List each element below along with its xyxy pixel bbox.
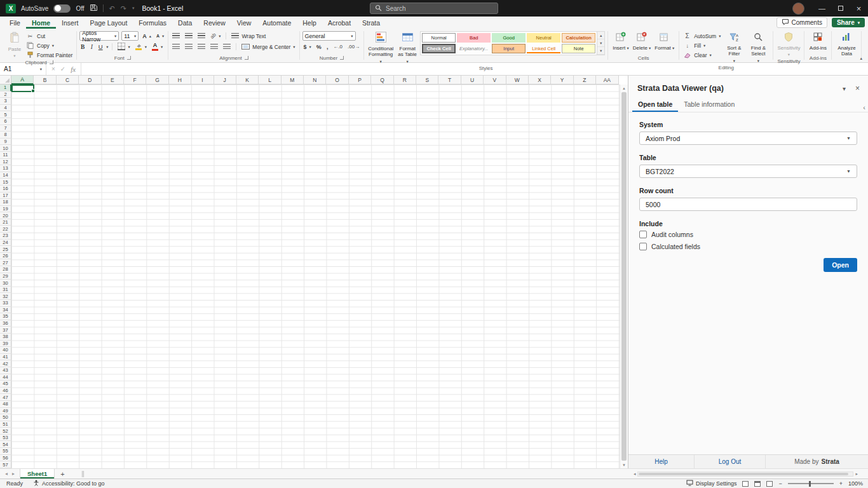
addins-button[interactable]: Add-ins — [807, 30, 829, 52]
ribbon-tab-file[interactable]: File — [4, 17, 26, 29]
open-button[interactable]: Open — [824, 258, 857, 272]
row-header-51[interactable]: 51 — [0, 421, 11, 428]
comma-format-button[interactable]: , — [325, 43, 330, 51]
column-header-f[interactable]: F — [124, 76, 146, 85]
underline-button[interactable]: U — [97, 43, 104, 50]
row-header-9[interactable]: 9 — [0, 139, 11, 146]
row-header-53[interactable]: 53 — [0, 435, 11, 442]
select-all-corner[interactable] — [0, 76, 11, 85]
scroll-down-icon[interactable]: ▼ — [620, 461, 628, 468]
row-header-27[interactable]: 27 — [0, 259, 11, 266]
column-header-j[interactable]: J — [214, 76, 236, 85]
user-avatar[interactable] — [792, 3, 804, 15]
column-header-o[interactable]: O — [326, 76, 348, 85]
decrease-font-button[interactable]: A▾ — [155, 32, 165, 40]
vertical-scroll-thumb[interactable] — [621, 92, 627, 461]
row-header-42[interactable]: 42 — [0, 360, 11, 367]
format-as-table-button[interactable]: Format as Table ▾ — [395, 30, 420, 65]
maximize-button[interactable] — [831, 0, 850, 17]
cell-style-bad[interactable]: Bad — [457, 33, 491, 43]
bold-button[interactable]: B — [79, 44, 86, 50]
gallery-expand-icon[interactable]: ▼ — [597, 47, 604, 55]
find-select-button[interactable]: Find & Select ▾ — [746, 30, 770, 65]
grid-cells[interactable] — [11, 85, 620, 468]
column-header-t[interactable]: T — [438, 76, 461, 85]
search-box[interactable] — [370, 3, 498, 14]
row-header-8[interactable]: 8 — [0, 132, 11, 139]
increase-indent-button[interactable] — [222, 43, 232, 51]
column-header-n[interactable]: N — [304, 76, 326, 85]
row-header-28[interactable]: 28 — [0, 266, 11, 273]
row-header-50[interactable]: 50 — [0, 414, 11, 421]
cell-style-input[interactable]: Input — [492, 44, 526, 53]
align-middle-button[interactable] — [184, 32, 194, 40]
row-header-24[interactable]: 24 — [0, 240, 11, 247]
gallery-scroll-down-icon[interactable]: ▼ — [597, 39, 604, 47]
row-header-54[interactable]: 54 — [0, 441, 11, 448]
align-left-button[interactable] — [171, 43, 181, 51]
close-button[interactable]: × — [850, 0, 868, 17]
row-header-44[interactable]: 44 — [0, 374, 11, 381]
fill-color-button[interactable]: ▾ — [134, 43, 148, 51]
column-header-s[interactable]: S — [416, 76, 438, 85]
customize-qat-icon[interactable]: ▾ — [132, 6, 135, 11]
horizontal-scroll-thumb[interactable] — [639, 473, 848, 475]
ribbon-tab-acrobat[interactable]: Acrobat — [322, 17, 356, 29]
undo-icon[interactable]: ↶ — [109, 4, 115, 13]
gallery-scroll-up-icon[interactable]: ▲ — [597, 32, 604, 39]
row-header-5[interactable]: 5 — [0, 111, 11, 118]
new-sheet-button[interactable]: + — [55, 469, 70, 478]
row-header-7[interactable]: 7 — [0, 125, 11, 132]
sort-filter-button[interactable]: AZ Sort & Filter ▾ — [722, 30, 746, 65]
row-header-41[interactable]: 41 — [0, 354, 11, 361]
column-header-x[interactable]: X — [529, 76, 551, 85]
ribbon-tab-home[interactable]: Home — [26, 17, 56, 29]
checkbox-audit-columns[interactable] — [639, 231, 647, 238]
analyze-data-button[interactable]: Analyze Data — [834, 30, 858, 58]
help-link[interactable]: Help — [628, 455, 695, 468]
row-header-30[interactable]: 30 — [0, 280, 11, 287]
row-header-49[interactable]: 49 — [0, 408, 11, 415]
hscroll-right-icon[interactable]: ▸ — [855, 471, 858, 477]
ribbon-tab-help[interactable]: Help — [297, 17, 322, 29]
alignment-dialog-launcher[interactable] — [245, 56, 248, 60]
pane-close-icon[interactable]: × — [855, 84, 860, 93]
sensitivity-button[interactable]: Sensitivity ▾ — [776, 30, 801, 58]
cell-style-calculation[interactable]: Calculation — [562, 33, 595, 43]
font-name-combo[interactable]: Aptos Narrow▾ — [79, 31, 119, 41]
column-header-k[interactable]: K — [236, 76, 259, 85]
merge-center-button[interactable]: Merge & Center▾ — [240, 43, 296, 51]
system-dropdown[interactable]: Axiom Prod ▼ — [639, 132, 857, 145]
cut-button[interactable]: ✂Cut — [25, 32, 74, 40]
row-header-38[interactable]: 38 — [0, 334, 11, 341]
align-top-button[interactable] — [171, 32, 181, 40]
row-header-15[interactable]: 15 — [0, 179, 11, 186]
row-header-20[interactable]: 20 — [0, 212, 11, 219]
column-header-d[interactable]: D — [79, 76, 101, 85]
row-header-12[interactable]: 12 — [0, 159, 11, 166]
column-header-m[interactable]: M — [281, 76, 304, 85]
row-header-52[interactable]: 52 — [0, 428, 11, 435]
cancel-entry-icon[interactable]: × — [51, 65, 55, 72]
format-painter-button[interactable]: Format Painter — [25, 51, 74, 59]
decrease-indent-button[interactable] — [209, 43, 219, 51]
search-input[interactable] — [386, 5, 498, 12]
zoom-slider[interactable] — [788, 483, 834, 484]
zoom-level[interactable]: 100% — [848, 480, 863, 487]
row-header-56[interactable]: 56 — [0, 455, 11, 462]
column-header-a[interactable]: A — [11, 76, 34, 85]
page-layout-view-icon[interactable] — [754, 481, 761, 487]
row-header-43[interactable]: 43 — [0, 367, 11, 374]
insert-function-icon[interactable]: fx — [71, 65, 76, 73]
row-header-10[interactable]: 10 — [0, 145, 11, 152]
row-header-16[interactable]: 16 — [0, 186, 11, 193]
decrease-decimal-button[interactable]: .00→ — [346, 43, 361, 51]
column-header-h[interactable]: H — [169, 76, 191, 85]
column-header-u[interactable]: U — [461, 76, 484, 85]
row-header-48[interactable]: 48 — [0, 401, 11, 408]
horizontal-scrollbar[interactable] — [637, 471, 853, 477]
cell-style-note[interactable]: Note — [562, 44, 595, 53]
percent-format-button[interactable]: % — [315, 43, 323, 51]
insert-cells-button[interactable]: Insert ▾ — [611, 30, 631, 52]
row-header-55[interactable]: 55 — [0, 448, 11, 455]
